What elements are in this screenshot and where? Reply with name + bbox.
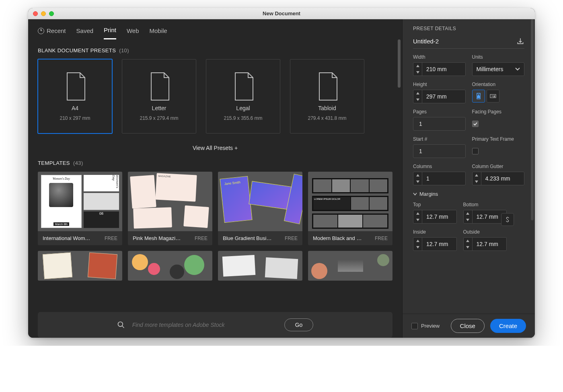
new-document-dialog: New Document Recent Saved Print Web Mobi… — [28, 8, 535, 338]
document-name-input[interactable] — [413, 38, 497, 45]
stock-search-go-button[interactable]: Go — [284, 318, 314, 331]
margin-outside-label: Outside — [463, 229, 507, 235]
search-icon — [117, 321, 125, 329]
margins-section-toggle[interactable]: Margins — [413, 191, 524, 197]
step-up-icon[interactable] — [413, 172, 422, 179]
save-preset-icon[interactable] — [516, 37, 524, 45]
template-item[interactable]: Women's DayMarch 8th Women's Day08 Inter… — [38, 172, 122, 245]
preset-tabloid[interactable]: Tabloid 279.4 x 431.8 mm — [290, 59, 364, 133]
zoom-window-button[interactable] — [49, 11, 54, 16]
template-thumbnail: LOREM IPSUM DOLOR — [308, 172, 392, 231]
margin-inside-input[interactable] — [413, 237, 457, 251]
start-number-input[interactable] — [413, 144, 466, 158]
step-down-icon[interactable] — [413, 179, 422, 185]
clock-icon — [38, 28, 44, 34]
page-icon — [64, 72, 86, 101]
preset-letter[interactable]: Letter 215.9 x 279.4 mm — [122, 59, 196, 133]
margin-bottom-input[interactable] — [463, 210, 507, 224]
step-up-icon[interactable] — [473, 172, 481, 179]
category-tabs: Recent Saved Print Web Mobile — [28, 19, 402, 39]
gutter-input[interactable] — [472, 172, 525, 185]
panel-footer: Preview Close Create — [403, 314, 535, 338]
page-icon — [232, 72, 255, 101]
height-input[interactable] — [413, 90, 466, 103]
chevron-down-icon — [413, 193, 417, 196]
svg-point-0 — [118, 322, 123, 327]
page-icon — [148, 72, 171, 101]
template-item[interactable] — [218, 251, 302, 281]
stock-search-input[interactable] — [132, 322, 237, 328]
step-down-icon[interactable] — [473, 179, 481, 185]
minimize-window-button[interactable] — [41, 11, 46, 16]
window-titlebar: New Document — [28, 8, 535, 19]
width-input[interactable] — [413, 62, 466, 76]
stock-search-bar: Go — [38, 312, 392, 338]
primary-text-frame-checkbox[interactable] — [472, 148, 479, 154]
window-controls — [33, 11, 54, 16]
preset-a4[interactable]: A4 210 x 297 mm — [38, 59, 112, 133]
orientation-landscape-button[interactable] — [487, 90, 499, 103]
template-thumbnail: Jane Smith — [218, 172, 302, 231]
tab-web[interactable]: Web — [127, 26, 139, 39]
tab-mobile[interactable]: Mobile — [150, 26, 167, 39]
close-button[interactable]: Close — [451, 319, 485, 333]
chevron-down-icon — [515, 68, 520, 71]
start-number-label: Start # — [413, 136, 466, 142]
panel-heading: PRESET DETAILS — [413, 26, 524, 31]
pages-input[interactable] — [413, 117, 466, 131]
left-scrollbar[interactable] — [398, 39, 401, 88]
preset-legal[interactable]: Legal 215.9 x 355.6 mm — [206, 59, 280, 133]
view-all-presets-button[interactable]: View All Presets + — [38, 145, 392, 151]
step-up-icon[interactable] — [413, 90, 422, 96]
tab-print[interactable]: Print — [104, 25, 116, 39]
template-thumbnail — [128, 251, 212, 281]
template-thumbnail — [218, 251, 302, 281]
dialog-content: Recent Saved Print Web Mobile BLANK DOCU… — [28, 19, 535, 338]
tab-recent[interactable]: Recent — [38, 26, 66, 39]
pages-label: Pages — [413, 109, 466, 115]
preset-details-panel: PRESET DETAILS Width Units — [402, 19, 535, 338]
margin-outside-input[interactable] — [463, 237, 507, 251]
height-label: Height — [413, 82, 466, 87]
columns-input[interactable] — [413, 172, 466, 185]
step-down-icon[interactable] — [413, 96, 422, 103]
gutter-label: Column Gutter — [472, 164, 525, 169]
orientation-label: Orientation — [472, 82, 525, 87]
facing-pages-label: Facing Pages — [472, 109, 525, 115]
template-grid: Women's DayMarch 8th Women's Day08 Inter… — [38, 172, 392, 281]
columns-label: Columns — [413, 164, 466, 169]
window-title: New Document — [28, 10, 535, 16]
units-select[interactable]: Millimeters — [472, 62, 525, 76]
template-thumbnail — [38, 251, 122, 281]
template-item[interactable] — [128, 251, 212, 281]
margin-top-input[interactable] — [413, 210, 457, 224]
close-window-button[interactable] — [33, 11, 38, 16]
create-button[interactable]: Create — [490, 319, 526, 333]
template-item[interactable]: LOREM IPSUM DOLOR Modern Black and W…FRE… — [308, 172, 392, 245]
step-down-icon[interactable] — [413, 69, 422, 76]
templates-heading: TEMPLATES (43) — [38, 160, 392, 166]
right-scrollbar[interactable] — [531, 19, 534, 220]
units-label: Units — [472, 54, 525, 60]
step-up-icon[interactable] — [413, 63, 422, 69]
template-thumbnail: Women's DayMarch 8th Women's Day08 — [38, 172, 122, 231]
left-scroll-area: BLANK DOCUMENT PRESETS (10) A4 210 x 297… — [28, 39, 402, 338]
margin-top-label: Top — [413, 202, 457, 207]
primary-text-frame-label: Primary Text Frame — [472, 136, 525, 142]
orientation-portrait-button[interactable] — [472, 90, 485, 103]
preview-checkbox[interactable] — [411, 323, 418, 329]
link-margins-button[interactable] — [501, 213, 514, 226]
left-panel: Recent Saved Print Web Mobile BLANK DOCU… — [28, 19, 402, 338]
template-item[interactable] — [308, 251, 392, 281]
template-thumbnail: MAGAZINE — [128, 172, 212, 231]
template-item[interactable] — [38, 251, 122, 281]
facing-pages-checkbox[interactable] — [472, 121, 479, 127]
page-icon — [316, 72, 339, 101]
preview-toggle[interactable]: Preview — [411, 323, 440, 329]
tab-saved[interactable]: Saved — [76, 26, 94, 39]
width-label: Width — [413, 54, 466, 60]
presets-heading: BLANK DOCUMENT PRESETS (10) — [38, 47, 392, 53]
template-item[interactable]: Jane Smith Blue Gradient Busine…FREE — [218, 172, 302, 245]
margin-bottom-label: Bottom — [463, 202, 507, 207]
template-item[interactable]: MAGAZINE Pink Mesh Magazine…FREE — [128, 172, 212, 245]
